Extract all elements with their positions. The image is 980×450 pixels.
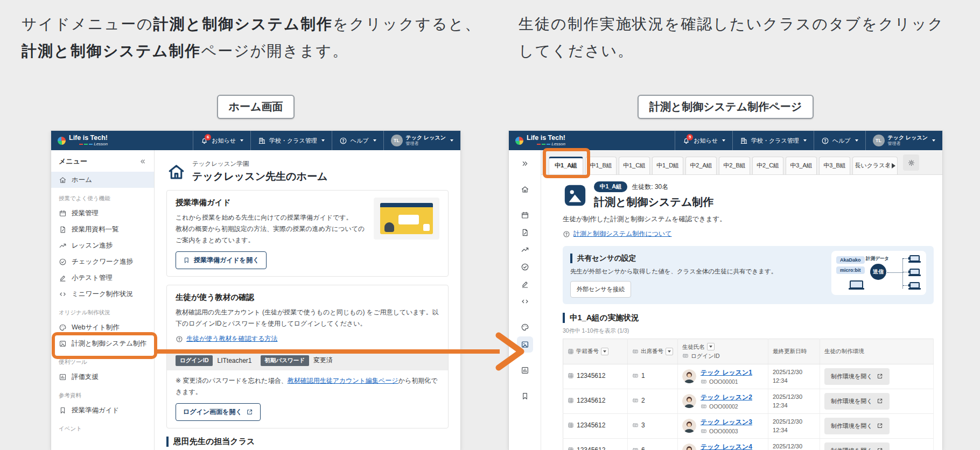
diagram-connector — [903, 272, 908, 272]
about-measure-link[interactable]: 計測と制御システム制作について — [563, 229, 672, 238]
grid-icon — [568, 422, 574, 428]
table-row: 12345612 2 テック レッスン2 OOO00002 2025/12/30… — [563, 389, 934, 413]
nav-notice[interactable]: 5 お知らせ — [675, 131, 732, 150]
highlight-tab-class-1 — [543, 148, 590, 178]
sidebar-item-miniwork[interactable]: ミニワーク制作状況 — [51, 286, 154, 302]
sidebar-item-quiz[interactable]: 小テスト管理 — [51, 270, 154, 286]
student-name-link[interactable]: テック レッスン2 — [701, 393, 752, 402]
tab-scroll-right-icon[interactable] — [892, 163, 895, 168]
tab-label: 長いクラス名サ — [855, 161, 890, 170]
student-name-link[interactable]: テック レッスン4 — [701, 442, 752, 450]
brand-name: Life is Tech! — [527, 135, 565, 142]
label-measure-page-text: 計測と制御システム制作ページ — [638, 95, 814, 119]
student-name-link[interactable]: テック レッスン1 — [701, 368, 752, 377]
sidebar-item-label: ホーム — [72, 175, 92, 185]
expand-sidebar-icon[interactable] — [517, 156, 533, 172]
attendance-no: 2 — [641, 397, 645, 404]
nav-help[interactable]: ヘルプ — [814, 131, 865, 150]
sidebar-item-lesson-progress[interactable]: レッスン進捗 — [51, 237, 154, 254]
nav-notice-label: お知らせ — [694, 137, 718, 145]
id-chip-icon — [632, 422, 639, 428]
open-environment-button[interactable]: 制作環境を開く — [824, 418, 890, 434]
open-login-button[interactable]: ログイン画面を開く — [176, 403, 261, 421]
table-row: 12345612 1 テック レッスン1 OOO00001 2025/12/30… — [563, 364, 934, 389]
open-environment-button[interactable]: 制作環境を開く — [824, 393, 890, 410]
document-icon[interactable] — [517, 224, 533, 241]
student-name-link[interactable]: テック レッスン3 — [701, 418, 752, 427]
filter-dropdown[interactable] — [601, 348, 608, 355]
pencil-icon[interactable] — [517, 276, 533, 292]
code-icon[interactable] — [517, 293, 533, 310]
sidebar-item-materials[interactable]: 授業用資料一覧 — [51, 221, 154, 237]
account-edit-link[interactable]: 教材確認用生徒アカウント編集ページ — [288, 377, 398, 384]
page-description: 生徒が制作した計測と制御システムを確認できます。 — [563, 215, 934, 224]
updated-time: 12:34 — [773, 427, 788, 433]
brand-sub-text: Lesson — [551, 142, 565, 146]
bookmark-icon[interactable] — [517, 388, 533, 404]
open-environment-button[interactable]: 制作環境を開く — [824, 442, 890, 450]
filter-dropdown[interactable] — [666, 348, 673, 355]
nav-help[interactable]: ヘルプ — [332, 131, 383, 150]
tab-class-3[interactable]: 中1_C組 — [619, 157, 650, 174]
open-login-button-label: ログイン画面を開く — [183, 407, 242, 417]
sidebar-item-prep-guide[interactable]: 授業準備ガイド — [51, 402, 154, 418]
avatar — [682, 444, 696, 450]
filter-dropdown[interactable] — [707, 343, 715, 350]
user-name: テック レッスン — [406, 135, 446, 141]
pagination-info: 30件中 1-10件を表示 (1/3) — [563, 327, 934, 335]
tab-class-10[interactable]: 長いクラス名サ — [852, 157, 898, 174]
login-id: OOO00002 — [709, 403, 738, 410]
student-id: 12345612 — [577, 372, 605, 379]
nav-user-menu[interactable]: TL テック レッスン 管理者 — [383, 131, 460, 150]
question-icon — [821, 137, 829, 145]
nav-user-menu[interactable]: TL テック レッスン 管理者 — [865, 131, 942, 150]
measure-app-icon — [563, 183, 587, 208]
nav-school-mgmt-label: 学校・クラス管理 — [751, 137, 799, 145]
label-home-screen: ホーム画面 — [51, 95, 460, 119]
connect-sensor-button[interactable]: 外部センサを接続 — [570, 281, 631, 298]
tab-class-4[interactable]: 中1_D組 — [652, 157, 683, 174]
tab-class-8[interactable]: 中3_A組 — [786, 157, 817, 174]
tab-class-7[interactable]: 中2_C組 — [752, 157, 783, 174]
sidebar-item-home[interactable]: ホーム — [51, 172, 154, 188]
open-guide-button[interactable]: 授業準備ガイドを開く — [176, 251, 267, 269]
classes-section-title: 恩田先生の担当クラス — [166, 437, 449, 447]
about-measure-link-text: 計測と制御システム制作について — [573, 229, 672, 238]
col-attendance-no: 出席番号 — [628, 339, 678, 364]
shared-sensor-panel: 共有センサの設定 先生が外部センサから取得した値を、クラス全体の生徒に共有できま… — [563, 246, 934, 304]
external-link-icon — [246, 409, 253, 416]
nav-school-mgmt[interactable]: 学校・クラス管理 — [250, 131, 332, 150]
brand-logo[interactable]: Life is Tech! Lesson — [58, 131, 108, 150]
caption-left-post: ページが開きます。 — [201, 43, 348, 59]
table-row: 12345612 6 テック レッスン4 OOO00004 2025/12/30… — [563, 438, 934, 450]
home-icon — [59, 176, 67, 184]
materials-card-title: 生徒が使う教材の確認 — [176, 292, 439, 303]
label-measure-page: 計測と制御システム制作ページ — [509, 95, 942, 119]
calendar-icon[interactable] — [517, 207, 533, 223]
nav-school-mgmt[interactable]: 学校・クラス管理 — [732, 131, 814, 150]
col-label: 出席番号 — [641, 347, 663, 356]
collapse-sidebar-icon[interactable] — [139, 158, 146, 165]
tab-class-6[interactable]: 中2_B組 — [719, 157, 750, 174]
sidebar-item-label: 小テスト管理 — [72, 273, 113, 283]
sidebar-item-checkwork[interactable]: チェックワーク進捗 — [51, 254, 154, 270]
palette-icon — [59, 324, 67, 332]
sidebar-item-eval[interactable]: 評価支援 — [51, 369, 154, 385]
caption-left-bold1: 計測と制御システム制作 — [153, 16, 333, 32]
sidebar-item-lesson-mgmt[interactable]: 授業管理 — [51, 205, 154, 221]
user-role: 管理者 — [406, 141, 446, 146]
open-environment-button[interactable]: 制作環境を開く — [824, 368, 890, 385]
materials-how-link[interactable]: 生徒が使う教材を確認する方法 — [176, 334, 277, 343]
trending-up-icon[interactable] — [517, 242, 533, 258]
arrow-line — [157, 349, 500, 354]
guide-card: 授業準備ガイド これから授業を始める先生に向けての授業準備ガイドです。 教材の概… — [166, 190, 449, 277]
tab-class-5[interactable]: 中2_A組 — [685, 157, 717, 174]
brand-logo[interactable]: Life is Tech! Lesson — [515, 131, 565, 150]
caption-left-pre: サイドメニューの — [22, 16, 153, 32]
check-circle-icon[interactable] — [517, 259, 533, 275]
tab-class-9[interactable]: 中3_B組 — [819, 157, 850, 174]
tab-settings-button[interactable] — [903, 154, 919, 171]
home-icon[interactable] — [517, 181, 533, 198]
status-section-title: 中1_A組の実施状況 — [563, 313, 934, 323]
nav-notice[interactable]: 6 お知らせ — [193, 131, 250, 150]
